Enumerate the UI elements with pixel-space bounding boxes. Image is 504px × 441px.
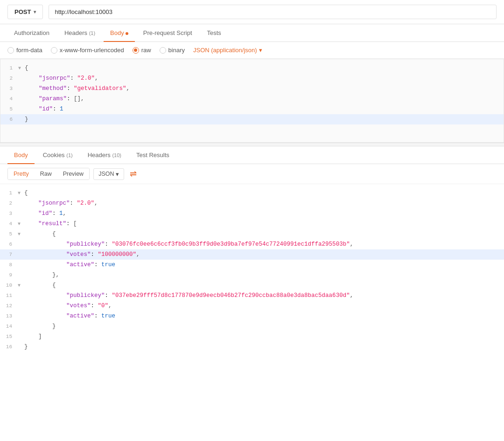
json-type-chevron-icon: ▾ <box>259 47 262 54</box>
body-type-x-www-form-urlencoded[interactable]: x-www-form-urlencoded <box>51 47 124 54</box>
format-select[interactable]: JSON ▾ <box>93 168 124 180</box>
res-code-line: 16 } <box>0 342 504 352</box>
line-number: 8 <box>0 261 18 269</box>
line-number: 1 <box>0 64 18 73</box>
body-type-label: binary <box>168 47 185 54</box>
body-type-form-data[interactable]: form-data <box>7 47 42 54</box>
code-content: { <box>25 63 504 73</box>
res-code-line: 5 ▼ { <box>0 229 504 239</box>
line-number: 10 <box>0 282 18 290</box>
response-code-editor: 1 ▼ { 2 "jsonrpc": "2.0", 3 "id": 1, 4 ▼… <box>0 184 504 356</box>
line-number: 5 <box>0 105 18 114</box>
response-tabs: BodyCookies (1)Headers (10)Test Results <box>0 146 504 164</box>
line-number: 4 <box>0 220 18 228</box>
response-toolbar: PrettyRawPreview JSON ▾ ⇌ <box>0 164 504 184</box>
method-label: POST <box>14 8 31 15</box>
code-content: { <box>24 229 504 239</box>
tab-badge: (1) <box>66 152 72 158</box>
line-number: 9 <box>0 271 18 280</box>
body-type-raw[interactable]: raw <box>133 47 151 54</box>
req-tab-prerequest[interactable]: Pre-request Script <box>137 25 199 42</box>
res-code-line: 15 ] <box>0 331 504 342</box>
line-number: 12 <box>0 302 18 310</box>
format-chevron-icon: ▾ <box>116 171 119 178</box>
radio-circle <box>7 47 14 54</box>
code-content: "active": true <box>24 260 504 269</box>
code-content: "votes": "100000000", <box>24 250 504 259</box>
line-number: 1 <box>0 189 18 198</box>
res-code-line: 12 "votes": "0", <box>0 301 504 311</box>
res-tab-cookies[interactable]: Cookies (1) <box>36 147 79 164</box>
format-label: JSON <box>98 171 114 177</box>
res-code-line: 7 "votes": "100000000", <box>0 249 504 260</box>
view-btn-pretty[interactable]: Pretty <box>8 168 35 179</box>
res-code-line: 1 ▼ { <box>0 188 504 198</box>
body-type-label: form-data <box>16 47 42 54</box>
body-type-row: form-datax-www-form-urlencodedrawbinaryJ… <box>0 42 504 59</box>
code-content: { <box>24 188 504 198</box>
res-tab-test-results[interactable]: Test Results <box>130 147 176 164</box>
req-code-line: 1 ▼ { <box>0 63 504 73</box>
method-button[interactable]: POST ▾ <box>7 5 43 19</box>
body-type-binary[interactable]: binary <box>160 47 185 54</box>
code-content: "params": [], <box>25 94 504 103</box>
code-content: "id": 1 <box>25 104 504 114</box>
tab-dot <box>126 32 128 35</box>
line-toggle: ▼ <box>18 231 23 238</box>
json-type-selector[interactable]: JSON (application/json) ▾ <box>193 47 262 54</box>
top-bar: POST ▾ <box>0 0 504 24</box>
code-content: "publickey": "037ebe29fff57d8c177870e9d9… <box>24 291 504 300</box>
res-code-line: 3 "id": 1, <box>0 208 504 219</box>
json-type-label: JSON (application/json) <box>193 47 257 54</box>
code-content: "active": true <box>24 311 504 321</box>
line-number: 13 <box>0 312 18 321</box>
radio-circle <box>51 47 57 54</box>
res-tab-body[interactable]: Body <box>7 147 35 164</box>
res-code-line: 13 "active": true <box>0 311 504 321</box>
req-tab-body[interactable]: Body <box>104 25 135 42</box>
line-number: 15 <box>0 333 18 341</box>
section-divider <box>0 143 504 146</box>
code-content: }, <box>24 270 504 280</box>
radio-circle <box>160 47 166 54</box>
req-code-line: 4 "params": [], <box>0 94 504 104</box>
res-code-line: 9 }, <box>0 270 504 280</box>
radio-circle <box>133 47 139 54</box>
line-number: 4 <box>0 95 18 103</box>
res-code-line: 14 } <box>0 321 504 331</box>
tab-badge: (10) <box>112 152 121 158</box>
req-tab-tests[interactable]: Tests <box>201 25 228 42</box>
method-chevron-icon: ▾ <box>34 9 36 14</box>
line-number: 2 <box>0 200 18 208</box>
res-code-line: 10 ▼ { <box>0 280 504 290</box>
code-content: } <box>24 342 504 351</box>
line-toggle: ▼ <box>18 282 23 289</box>
code-content: "publickey": "03076fc0ee6c6ccf3fb0c9b3ff… <box>24 240 504 249</box>
res-code-line: 8 "active": true <box>0 260 504 270</box>
tab-badge: (1) <box>89 30 95 36</box>
view-btn-group: PrettyRawPreview <box>7 168 90 180</box>
line-number: 6 <box>0 241 18 249</box>
view-btn-preview[interactable]: Preview <box>57 168 89 179</box>
res-tab-headers[interactable]: Headers (10) <box>81 147 128 164</box>
line-number: 11 <box>0 292 18 300</box>
code-content: "votes": "0", <box>24 301 504 310</box>
req-tab-headers[interactable]: Headers (1) <box>58 25 102 42</box>
res-code-line: 4 ▼ "result": [ <box>0 219 504 229</box>
line-number: 14 <box>0 323 18 331</box>
req-tab-authorization[interactable]: Authorization <box>7 25 56 42</box>
line-number: 6 <box>0 116 18 124</box>
code-content: "jsonrpc": "2.0", <box>25 74 504 83</box>
line-number: 16 <box>0 343 18 351</box>
code-content: { <box>24 281 504 290</box>
code-content: "id": 1, <box>24 209 504 218</box>
url-input[interactable] <box>49 5 497 19</box>
view-btn-raw[interactable]: Raw <box>35 168 57 179</box>
code-content: ] <box>24 332 504 341</box>
res-code-line: 6 "publickey": "03076fc0ee6c6ccf3fb0c9b3… <box>0 239 504 249</box>
code-content: "jsonrpc": "2.0", <box>24 199 504 208</box>
line-number: 5 <box>0 230 18 239</box>
line-toggle: ▼ <box>18 65 24 72</box>
request-code-editor[interactable]: 1 ▼ { 2 "jsonrpc": "2.0", 3 "method": "g… <box>0 59 504 143</box>
wrap-icon[interactable]: ⇌ <box>130 169 137 179</box>
